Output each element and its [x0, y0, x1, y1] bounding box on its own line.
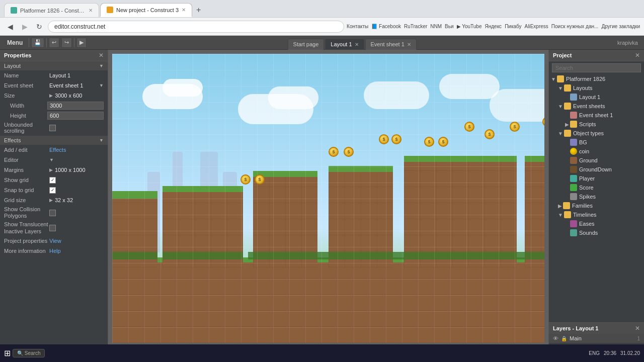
- tree-layouts-label: Layouts: [573, 85, 593, 91]
- layer-main-lock[interactable]: 🔒: [561, 336, 567, 341]
- tree-families[interactable]: ▶ Families: [549, 201, 644, 210]
- tree-bg-label: BG: [579, 139, 587, 145]
- prop-height-value[interactable]: 600: [47, 112, 104, 120]
- tab-event-sheet-close[interactable]: ✕: [407, 42, 411, 47]
- prop-width-value[interactable]: 3000: [47, 102, 104, 110]
- layers-title: Layers - Layout 1: [553, 325, 598, 331]
- tree-layouts[interactable]: ▼ Layouts: [549, 83, 644, 93]
- layout-section-label: Layout: [4, 63, 21, 69]
- layer-main-row[interactable]: 👁 🔒 Main 1: [549, 334, 644, 343]
- tree-spikes[interactable]: Spikes: [549, 192, 644, 201]
- user-label: krapivka: [617, 40, 638, 46]
- prop-size-value: 3000 x 600: [55, 93, 104, 99]
- undo-button[interactable]: ↩: [49, 38, 59, 48]
- taskbar-search[interactable]: 🔍 Search: [13, 349, 45, 357]
- layer-main-eye[interactable]: 👁: [553, 335, 558, 341]
- prop-margins-expand[interactable]: ▶: [49, 167, 53, 172]
- effects-link[interactable]: Effects: [49, 147, 66, 153]
- bookmark-4[interactable]: NNM: [430, 24, 442, 29]
- play-button[interactable]: ▶: [76, 38, 87, 48]
- start-button[interactable]: ⊞: [4, 348, 11, 358]
- bookmark-9[interactable]: AliExpress: [525, 24, 548, 29]
- properties-panel-header: Properties ✕: [0, 50, 108, 61]
- project-search-input[interactable]: [552, 63, 641, 72]
- tree-layout1[interactable]: Layout 1: [549, 93, 644, 102]
- save-button[interactable]: 💾: [31, 38, 44, 48]
- canvas-area[interactable]: $ $ $ $ $ $ $ $ $ $ $ $ $ $: [108, 50, 548, 362]
- prop-size-expand[interactable]: ▶: [49, 93, 53, 98]
- bookmark-1[interactable]: Контакты: [347, 24, 368, 29]
- browser-tab-2[interactable]: New project - Construct 3 ✕: [100, 3, 192, 17]
- effects-section-header[interactable]: Effects ▼: [0, 136, 108, 145]
- bookmark-5[interactable]: Вьи: [445, 24, 453, 29]
- project-props-link[interactable]: View: [49, 238, 61, 244]
- forward-button[interactable]: ▶: [19, 23, 31, 31]
- tree-eventsheets[interactable]: ▼ Event sheets: [549, 102, 644, 111]
- project-close[interactable]: ✕: [635, 52, 640, 59]
- project-search-box: [549, 61, 644, 74]
- tree-ground[interactable]: Ground: [549, 156, 644, 165]
- layers-close[interactable]: ✕: [635, 325, 640, 332]
- back-button[interactable]: ◀: [4, 23, 16, 31]
- tab-start-page[interactable]: Start page: [288, 39, 325, 50]
- tab-layout1[interactable]: Layout 1 ✕: [325, 39, 364, 50]
- tree-sounds[interactable]: Sounds: [549, 228, 644, 237]
- bookmark-7[interactable]: Яндекс: [485, 24, 502, 29]
- prop-name-row: Name Layout 1: [0, 70, 108, 80]
- prop-grid-size-expand[interactable]: ▶: [49, 198, 53, 203]
- tab1-close[interactable]: ✕: [89, 8, 93, 13]
- tab-layout1-close[interactable]: ✕: [355, 42, 359, 47]
- properties-close[interactable]: ✕: [99, 52, 104, 59]
- prop-unbounded-checkbox[interactable]: [49, 125, 56, 131]
- tree-scripts[interactable]: ▶ Scripts: [549, 120, 644, 129]
- prop-event-sheet-arrow[interactable]: ▼: [99, 83, 104, 88]
- layout-section-header[interactable]: Layout ▼: [0, 61, 108, 70]
- bookmark-6[interactable]: ▶ YouTube: [457, 24, 482, 29]
- bookmark-11[interactable]: Другие закладки: [601, 24, 640, 29]
- reload-button[interactable]: ↻: [33, 23, 45, 31]
- coin-11: $: [510, 122, 520, 132]
- bookmark-10[interactable]: Поиск нужных дан...: [551, 24, 599, 29]
- prop-unbounded-row: Unbounded scrolling: [0, 121, 108, 135]
- bookmark-8[interactable]: Пикабу: [505, 24, 521, 29]
- platform-6-top: [525, 156, 544, 162]
- bookmark-2[interactable]: 📘 Facebook: [371, 24, 401, 29]
- new-tab-button[interactable]: +: [193, 3, 204, 17]
- tree-player[interactable]: Player: [549, 174, 644, 183]
- coin-5: $: [379, 134, 389, 144]
- tree-platformer[interactable]: ▼ Platformer 1826: [549, 74, 644, 83]
- tree-score[interactable]: Score: [549, 183, 644, 192]
- game-canvas-wrapper[interactable]: $ $ $ $ $ $ $ $ $ $ $ $ $ $: [112, 54, 544, 343]
- tree-objecttypes-label: Object types: [573, 130, 604, 136]
- tab2-close[interactable]: ✕: [182, 7, 186, 13]
- cloud-7: [490, 89, 544, 122]
- translucent-checkbox[interactable]: [49, 225, 56, 231]
- tab-event-sheet[interactable]: Event sheet 1 ✕: [365, 39, 417, 50]
- bookmark-3[interactable]: RuTracker: [404, 24, 427, 29]
- tree-grounddown[interactable]: GroundDown: [549, 165, 644, 174]
- tree-objecttypes[interactable]: ▼ Object types: [549, 129, 644, 138]
- tab1-icon: [11, 7, 17, 14]
- browser-tab-1[interactable]: Platformer 1826 - Construct 3 ✕: [4, 3, 99, 17]
- tree-eventsheet1[interactable]: Event sheet 1: [549, 111, 644, 120]
- tree-timelines[interactable]: ▼ Timelines: [549, 210, 644, 219]
- show-grid-checkbox[interactable]: ✓: [49, 177, 56, 184]
- prop-height-label: Height: [10, 113, 47, 119]
- properties-title: Properties: [4, 52, 31, 58]
- prop-translucent-row: Show Translucent Inactive Layers: [0, 220, 108, 235]
- prop-editor-arrow[interactable]: ▼: [49, 157, 54, 162]
- address-bar[interactable]: editor.construct.net: [48, 21, 344, 33]
- layer-main-name: Main: [570, 335, 634, 341]
- redo-button[interactable]: ↪: [61, 38, 72, 48]
- grass-patch-1: [112, 252, 157, 259]
- tree-eases[interactable]: Eases: [549, 219, 644, 228]
- menu-button[interactable]: Menu: [3, 38, 27, 47]
- collision-checkbox[interactable]: [49, 210, 56, 216]
- prop-name-value: Layout 1: [49, 72, 104, 78]
- clock-date: 31.02.20: [620, 350, 640, 356]
- tree-coin[interactable]: coin: [549, 147, 644, 156]
- help-link[interactable]: Help: [49, 248, 61, 254]
- coin-8: $: [438, 137, 448, 147]
- snap-grid-checkbox[interactable]: ✓: [49, 187, 56, 194]
- tree-bg[interactable]: BG: [549, 138, 644, 147]
